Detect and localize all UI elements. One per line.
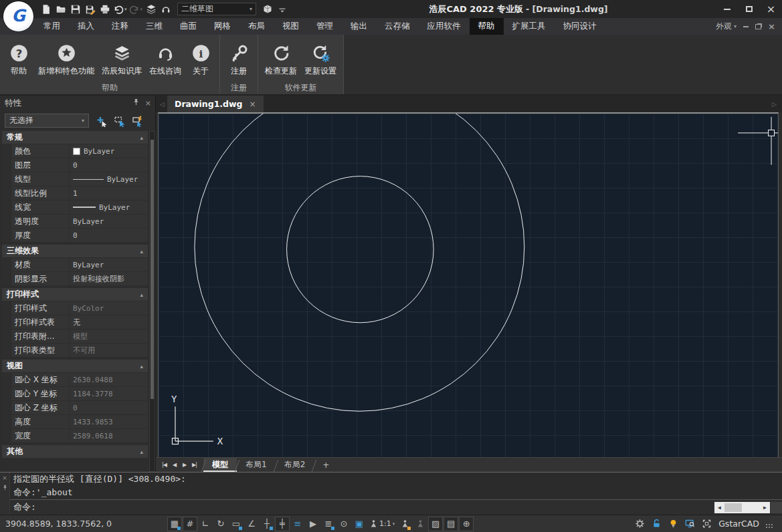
- property-row[interactable]: 打印表类型不可用: [2, 344, 148, 357]
- property-value-cell[interactable]: 0: [70, 401, 148, 414]
- layout-tab-0[interactable]: 模型: [203, 458, 237, 472]
- doc-minimize-button[interactable]: [743, 26, 749, 27]
- section-header[interactable]: 打印样式▴: [2, 288, 148, 301]
- tab-scroll-right-icon[interactable]: ▷: [769, 101, 779, 108]
- ribbon-tab-10[interactable]: 云存储: [376, 18, 419, 35]
- property-value-cell[interactable]: ByLayer: [70, 201, 148, 214]
- section-header[interactable]: 常规▴: [2, 131, 148, 144]
- inner-circle[interactable]: [287, 176, 434, 323]
- selection-dropdown[interactable]: 无选择 ▾: [5, 114, 89, 128]
- ribbon-tab-3[interactable]: 三维: [137, 18, 171, 35]
- property-row[interactable]: 打印样式ByColor: [2, 301, 148, 315]
- ribbon-tab-0[interactable]: 常用: [35, 18, 69, 35]
- ribbon-tab-1[interactable]: 插入: [69, 18, 103, 35]
- property-row[interactable]: 线型ByLayer: [2, 172, 148, 186]
- property-row[interactable]: 材质ByLayer: [2, 258, 148, 271]
- property-value-cell[interactable]: ByLayer: [70, 144, 148, 158]
- property-row[interactable]: 宽度2589.0618: [2, 429, 148, 442]
- layout-tab-2[interactable]: 布局2: [276, 458, 314, 472]
- property-value-cell[interactable]: ByLayer: [70, 172, 148, 186]
- dynamic-input-toggle[interactable]: ▭: [229, 517, 243, 531]
- ribbon-tab-7[interactable]: 视图: [274, 18, 308, 35]
- layout-next-icon[interactable]: ▶: [179, 462, 189, 468]
- appearance-menu[interactable]: 外观 ▾: [716, 21, 737, 32]
- resize-grip[interactable]: [766, 524, 774, 529]
- layers-button[interactable]: [144, 2, 158, 17]
- print-button[interactable]: [98, 2, 112, 17]
- section-header[interactable]: 三维效果▴: [2, 245, 148, 257]
- toolbar-overflow-button[interactable]: [275, 2, 289, 17]
- outer-circle[interactable]: [195, 114, 524, 411]
- refresh-gear-button[interactable]: 更新设置: [301, 42, 340, 78]
- ribbon-tab-5[interactable]: 网格: [205, 18, 239, 35]
- show-lineweight-toggle[interactable]: ≡: [290, 517, 305, 531]
- ribbon-tab-8[interactable]: 管理: [308, 18, 342, 35]
- save-as-button[interactable]: [83, 2, 97, 17]
- property-row[interactable]: 高度1433.9853: [2, 415, 148, 428]
- ribbon-tab-11[interactable]: 应用软件: [419, 18, 470, 35]
- isolate-objects-toggle[interactable]: ≣: [321, 517, 336, 531]
- scrollbar-thumb[interactable]: [151, 140, 154, 399]
- ribbon-tab-14[interactable]: 协同设计: [555, 18, 605, 35]
- property-value-cell[interactable]: 不可用: [70, 344, 148, 357]
- property-value-cell[interactable]: ByColor: [70, 301, 148, 315]
- new-file-button[interactable]: [39, 2, 53, 17]
- gstarcad-logo[interactable]: G: [3, 1, 33, 31]
- grid-display-toggle[interactable]: #: [183, 517, 197, 531]
- close-button[interactable]: ×: [760, 0, 782, 18]
- ortho-mode-toggle[interactable]: ∟: [198, 517, 213, 531]
- ribbon-tab-2[interactable]: 注释: [103, 18, 137, 35]
- close-icon[interactable]: ×: [145, 99, 151, 108]
- property-row[interactable]: 阴影显示投射和接收阴影: [2, 272, 148, 285]
- property-row[interactable]: 圆心 Z 坐标0: [2, 401, 148, 414]
- command-scrollbar[interactable]: ◀ ▶: [714, 502, 770, 513]
- visual-style-cube-button[interactable]: [260, 2, 274, 17]
- property-row[interactable]: 线型比例1: [2, 186, 148, 200]
- angle-snap-toggle[interactable]: ∠: [244, 517, 259, 531]
- open-file-button[interactable]: [54, 2, 68, 17]
- annotation-visibility-toggle[interactable]: [397, 517, 412, 531]
- property-row[interactable]: 颜色ByLayer: [2, 144, 148, 158]
- property-row[interactable]: 图层0: [2, 158, 148, 172]
- full-screen-button[interactable]: [702, 519, 712, 529]
- drawing-canvas[interactable]: Y X: [158, 112, 779, 457]
- ribbon-tab-6[interactable]: 布局: [239, 18, 274, 35]
- polar-tracking-toggle[interactable]: ↻: [213, 517, 228, 531]
- property-value-cell[interactable]: 2589.0618: [70, 429, 148, 442]
- document-tab[interactable]: Drawing1.dwg ×: [167, 96, 264, 112]
- ribbon-tab-12[interactable]: 帮助: [470, 18, 504, 35]
- property-value-cell[interactable]: ByLayer: [70, 215, 148, 228]
- property-value-cell[interactable]: 无: [70, 315, 148, 329]
- property-row[interactable]: 打印表附...模型: [2, 329, 148, 343]
- layout-first-icon[interactable]: |◀: [159, 462, 169, 468]
- select-objects-button[interactable]: [110, 113, 128, 128]
- pin-icon[interactable]: [2, 485, 8, 492]
- property-row[interactable]: 打印样式表无: [2, 315, 148, 329]
- close-icon[interactable]: ×: [2, 475, 7, 481]
- property-value-cell[interactable]: 模型: [70, 329, 148, 343]
- section-header[interactable]: 其他▴: [2, 445, 148, 458]
- layout-prev-icon[interactable]: ◀: [169, 462, 179, 468]
- save-button[interactable]: [68, 2, 82, 17]
- workspace-selector[interactable]: 二维草图 ▾: [177, 3, 256, 15]
- redo-button[interactable]: ▾: [128, 2, 144, 17]
- property-row[interactable]: 厚度0: [2, 229, 148, 242]
- help-circle-button[interactable]: ?帮助: [3, 42, 34, 78]
- knowledge-books-button[interactable]: 浩辰知识库: [98, 42, 145, 78]
- layout-tab-1[interactable]: 布局1: [237, 458, 276, 472]
- scrollbar-thumb[interactable]: [724, 503, 742, 512]
- layout-tab-3[interactable]: +: [314, 458, 338, 472]
- zoom-preview-toggle[interactable]: ⊙: [336, 517, 351, 531]
- doc-restore-button[interactable]: [755, 24, 761, 29]
- pin-icon[interactable]: [132, 98, 140, 108]
- headset-button[interactable]: 在线咨询: [146, 42, 185, 78]
- key-button[interactable]: 注册: [223, 42, 254, 78]
- clean-screen-toggle[interactable]: ⊕: [459, 517, 474, 531]
- properties-scrollbar[interactable]: [149, 131, 155, 472]
- scroll-left-icon[interactable]: ◀: [714, 505, 724, 511]
- tab-scroll-left-icon[interactable]: ◁: [157, 101, 167, 108]
- property-row[interactable]: 圆心 Y 坐标1184.3778: [2, 387, 148, 400]
- info-circle-button[interactable]: i关于: [185, 42, 216, 78]
- hatch-background-toggle[interactable]: ▨: [428, 517, 443, 531]
- annotation-scale-toggle[interactable]: 1:1▾: [367, 517, 397, 531]
